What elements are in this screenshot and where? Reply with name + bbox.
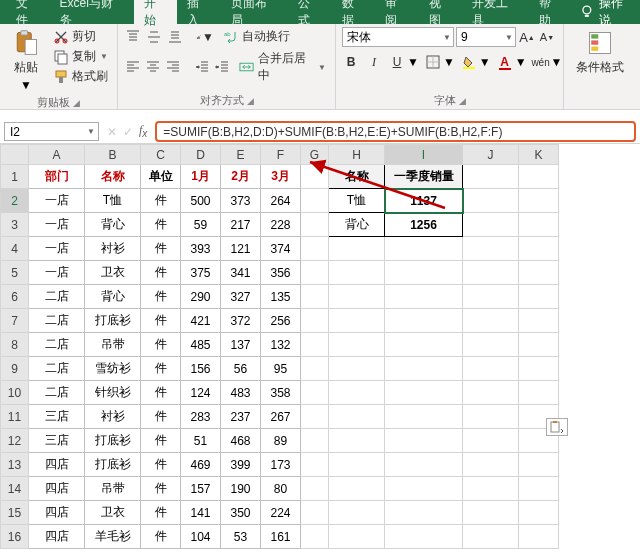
cell-G14[interactable] [301,477,329,501]
cell-A3[interactable]: 一店 [29,213,85,237]
cell-G1[interactable] [301,165,329,189]
cell-C7[interactable]: 件 [141,309,181,333]
cell-J5[interactable] [463,261,519,285]
cell-B16[interactable]: 羊毛衫 [85,525,141,549]
cell-C9[interactable]: 件 [141,357,181,381]
col-header-H[interactable]: H [329,145,385,165]
cell-F12[interactable]: 89 [261,429,301,453]
cell-E9[interactable]: 56 [221,357,261,381]
cell-J8[interactable] [463,333,519,357]
fx-icon[interactable]: fx [139,123,147,139]
cell-K7[interactable] [519,309,559,333]
cell-I1[interactable]: 一季度销量 [385,165,463,189]
cell-F5[interactable]: 356 [261,261,301,285]
cell-D3[interactable]: 59 [181,213,221,237]
cell-D6[interactable]: 290 [181,285,221,309]
cell-G4[interactable] [301,237,329,261]
align-middle-button[interactable] [145,28,163,46]
cell-J11[interactable] [463,405,519,429]
col-header-K[interactable]: K [519,145,559,165]
row-header-9[interactable]: 9 [1,357,29,381]
cell-B8[interactable]: 吊带 [85,333,141,357]
wrap-text-button[interactable]: ab 自动换行 [220,27,293,46]
cell-F4[interactable]: 374 [261,237,301,261]
cell-B7[interactable]: 打底衫 [85,309,141,333]
cell-K1[interactable] [519,165,559,189]
row-header-16[interactable]: 16 [1,525,29,549]
format-painter-button[interactable]: 格式刷 [50,67,111,86]
cell-B6[interactable]: 背心 [85,285,141,309]
row-header-11[interactable]: 11 [1,405,29,429]
cell-E1[interactable]: 2月 [221,165,261,189]
cell-E6[interactable]: 327 [221,285,261,309]
cell-C14[interactable]: 件 [141,477,181,501]
cell-G11[interactable] [301,405,329,429]
cell-B13[interactable]: 打底衫 [85,453,141,477]
cell-K3[interactable] [519,213,559,237]
row-header-4[interactable]: 4 [1,237,29,261]
cell-C5[interactable]: 件 [141,261,181,285]
cell-A6[interactable]: 二店 [29,285,85,309]
cell-H16[interactable] [329,525,385,549]
phonetic-button[interactable]: wén [532,53,550,71]
cell-G10[interactable] [301,381,329,405]
italic-button[interactable]: I [365,53,383,71]
cell-H7[interactable] [329,309,385,333]
col-header-G[interactable]: G [301,145,329,165]
cell-F11[interactable]: 267 [261,405,301,429]
cell-F15[interactable]: 224 [261,501,301,525]
cell-C8[interactable]: 件 [141,333,181,357]
cell-C10[interactable]: 件 [141,381,181,405]
cell-C4[interactable]: 件 [141,237,181,261]
cell-K2[interactable] [519,189,559,213]
cell-D15[interactable]: 141 [181,501,221,525]
cell-E5[interactable]: 341 [221,261,261,285]
row-header-13[interactable]: 13 [1,453,29,477]
cell-I8[interactable] [385,333,463,357]
col-header-E[interactable]: E [221,145,261,165]
cell-F16[interactable]: 161 [261,525,301,549]
cell-K10[interactable] [519,381,559,405]
cell-K8[interactable] [519,333,559,357]
cell-I4[interactable] [385,237,463,261]
cell-J13[interactable] [463,453,519,477]
cell-I13[interactable] [385,453,463,477]
cell-B1[interactable]: 名称 [85,165,141,189]
select-all-cell[interactable] [1,145,29,165]
cell-E3[interactable]: 217 [221,213,261,237]
cell-D4[interactable]: 393 [181,237,221,261]
cell-B5[interactable]: 卫衣 [85,261,141,285]
cell-E12[interactable]: 468 [221,429,261,453]
cell-J7[interactable] [463,309,519,333]
cell-D14[interactable]: 157 [181,477,221,501]
cell-J6[interactable] [463,285,519,309]
cell-E14[interactable]: 190 [221,477,261,501]
col-header-F[interactable]: F [261,145,301,165]
cell-E10[interactable]: 483 [221,381,261,405]
row-header-5[interactable]: 5 [1,261,29,285]
cell-B15[interactable]: 卫衣 [85,501,141,525]
cell-E15[interactable]: 350 [221,501,261,525]
cell-C12[interactable]: 件 [141,429,181,453]
cell-H2[interactable]: T恤 [329,189,385,213]
cell-G8[interactable] [301,333,329,357]
cell-B9[interactable]: 雪纺衫 [85,357,141,381]
copy-button[interactable]: 复制▼ [50,47,111,66]
increase-indent-button[interactable] [213,58,230,76]
cell-D8[interactable]: 485 [181,333,221,357]
cell-J3[interactable] [463,213,519,237]
enter-icon[interactable]: ✓ [123,125,133,139]
cell-G9[interactable] [301,357,329,381]
cell-J4[interactable] [463,237,519,261]
cell-I15[interactable] [385,501,463,525]
cell-B11[interactable]: 衬衫 [85,405,141,429]
row-header-1[interactable]: 1 [1,165,29,189]
cell-H5[interactable] [329,261,385,285]
cell-I16[interactable] [385,525,463,549]
cell-G2[interactable] [301,189,329,213]
cell-A13[interactable]: 四店 [29,453,85,477]
cell-B4[interactable]: 衬衫 [85,237,141,261]
cell-K6[interactable] [519,285,559,309]
cell-H12[interactable] [329,429,385,453]
cell-G3[interactable] [301,213,329,237]
